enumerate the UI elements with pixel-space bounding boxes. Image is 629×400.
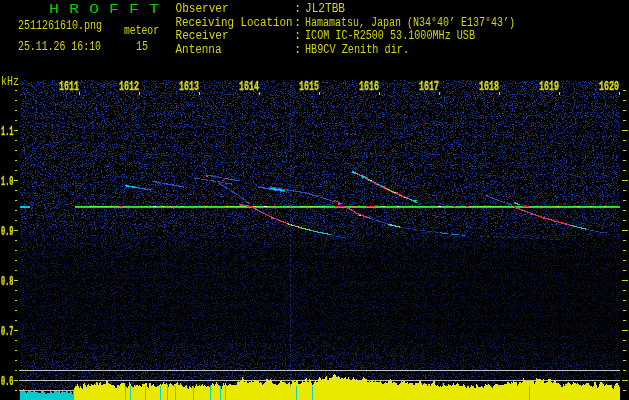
svg-text::: : [294,2,301,16]
svg-text:0.6: 0.6 [1,375,14,389]
svg-text::: : [294,43,301,57]
svg-text::: : [294,16,301,30]
svg-text:1616: 1616 [359,79,379,94]
svg-text:1617: 1617 [419,79,439,94]
svg-text:1618: 1618 [479,79,499,94]
svg-text:Observer: Observer [176,2,229,16]
svg-text:1615: 1615 [299,79,319,94]
svg-text:1619: 1619 [539,79,559,94]
svg-text:Receiver: Receiver [176,29,229,43]
svg-text:Antenna: Antenna [176,43,222,57]
svg-text::: : [294,29,301,43]
svg-text:25.11.26 16:10: 25.11.26 16:10 [18,40,101,54]
svg-text:1620: 1620 [599,79,619,94]
svg-text:1.0: 1.0 [1,175,14,189]
svg-text:JL2TBB: JL2TBB [305,2,345,16]
svg-text:Receiving Location: Receiving Location [176,16,293,30]
svg-text:1611: 1611 [59,79,79,94]
svg-text:H R O F F T: H R O F F T [49,2,159,17]
svg-text:0.7: 0.7 [1,325,14,339]
svg-text:15: 15 [136,40,148,54]
svg-text:0.8: 0.8 [1,275,14,289]
svg-text:1612: 1612 [119,79,139,94]
svg-text:ICOM IC-R2500 53.1000MHz USB: ICOM IC-R2500 53.1000MHz USB [305,29,475,43]
svg-text:1.1: 1.1 [1,125,14,139]
svg-text:0.9: 0.9 [1,225,14,239]
svg-text:meteor: meteor [124,24,159,38]
svg-text:1613: 1613 [179,79,199,94]
svg-text:1614: 1614 [239,79,259,94]
svg-text:2511261610.png: 2511261610.png [18,19,102,33]
svg-text:HB9CV Zenith dir.: HB9CV Zenith dir. [305,43,409,57]
svg-text:Hamamatsu, Japan (N34°40’ E137: Hamamatsu, Japan (N34°40’ E137°43’) [305,16,515,30]
svg-text:kHz: kHz [1,75,19,89]
